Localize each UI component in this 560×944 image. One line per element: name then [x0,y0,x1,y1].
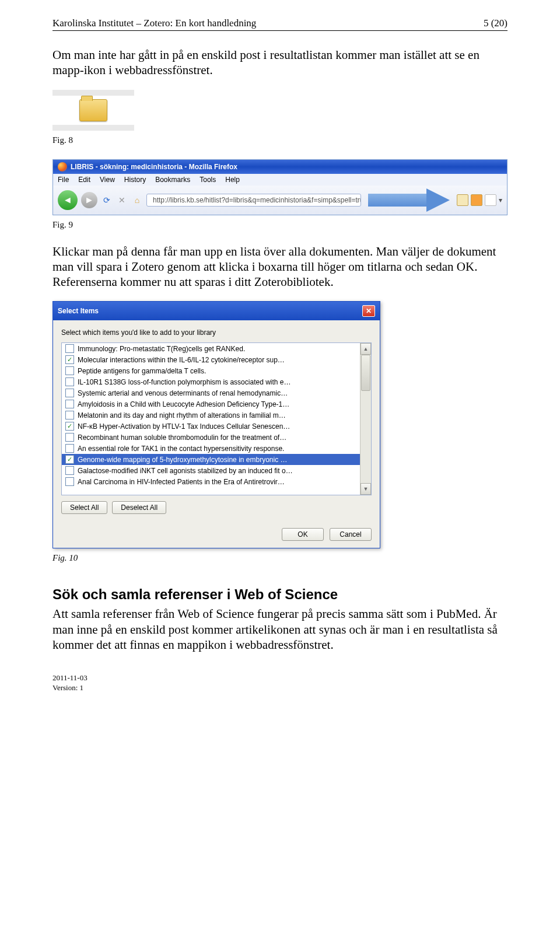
menu-edit[interactable]: Edit [78,176,90,184]
folder-icon [79,99,107,121]
firefox-logo-icon [58,162,67,172]
menu-view[interactable]: View [100,176,115,184]
list-item-label: Galactose-modified iNKT cell agonists st… [78,467,293,475]
list-item-label: Peptide antigens for gamma/delta T cells… [78,367,206,375]
checkbox[interactable] [65,344,74,353]
dialog-instruction: Select which items you'd like to add to … [61,328,372,337]
checkbox[interactable] [65,400,74,408]
menu-bookmarks[interactable]: Bookmarks [155,176,190,184]
list-item-label: Genome-wide mapping of 5-hydroxymethylcy… [78,456,288,464]
list-item-label: NF-κB Hyper-Activation by HTLV-1 Tax Ind… [78,422,290,431]
callout-arrow-icon [368,188,450,212]
list-item[interactable]: Immunology: Pro-metastatic T(Reg)cells g… [62,343,360,354]
forward-button[interactable]: ► [81,192,97,208]
list-item[interactable]: Melatonin and its day and night rhythm o… [62,410,360,421]
dialog-title: Select Items [58,307,99,315]
checkbox[interactable] [65,477,74,486]
checkbox[interactable] [65,366,74,375]
checkbox[interactable] [65,466,74,475]
firefox-title: LIBRIS - sökning: medicinhistoria - Mozi… [71,163,237,171]
firefox-toolbar: ◄ ► ⟳ ✕ ⌂ http://libris.kb.se/hitlist?d=… [53,186,507,215]
scroll-thumb[interactable] [361,355,370,391]
select-all-button[interactable]: Select All [61,501,107,514]
folder-small-icon[interactable] [457,194,468,206]
back-button[interactable]: ◄ [58,190,78,210]
paragraph-2: Klickar man på denna får man upp en list… [52,244,508,290]
scroll-up-icon[interactable]: ▲ [360,343,371,355]
figure-8-graphic [52,90,134,131]
list-item-label: Anal Carcinoma in HIV-Infected Patients … [78,478,285,486]
list-item[interactable]: Recombinant human soluble thrombomodulin… [62,432,360,443]
ok-button[interactable]: OK [282,528,324,541]
list-item-label: Immunology: Pro-metastatic T(Reg)cells g… [78,345,245,353]
list-item-label: Amyloidosis in a Child with Leucocyte Ad… [78,400,289,408]
footer-version: Version: 1 [52,683,508,693]
address-bar[interactable]: http://libris.kb.se/hitlist?d=libris&q=m… [146,194,361,207]
list-item[interactable]: NF-κB Hyper-Activation by HTLV-1 Tax Ind… [62,421,360,432]
checkbox[interactable] [65,422,74,431]
checkbox[interactable] [65,377,74,386]
menu-file[interactable]: File [58,176,69,184]
paragraph-3: Att samla referenser från Web of Science… [52,606,508,652]
figure-10-label: Fig. 10 [52,553,508,563]
rss-icon[interactable] [471,194,482,206]
checkbox[interactable] [65,389,74,397]
url-text: http://libris.kb.se/hitlist?d=libris&q=m… [153,196,361,204]
stop-icon[interactable]: ✕ [116,194,128,206]
section-heading: Sök och samla referenser i Web of Scienc… [52,586,508,603]
list-item[interactable]: Anal Carcinoma in HIV-Infected Patients … [62,476,360,487]
menu-help[interactable]: Help [225,176,240,184]
header-left: Karolinska Institutet – Zotero: En kort … [52,18,256,29]
firefox-menubar[interactable]: File Edit View History Bookmarks Tools H… [53,174,507,186]
select-items-dialog: Select Items ✕ Select which items you'd … [52,301,380,548]
items-listbox[interactable]: Immunology: Pro-metastatic T(Reg)cells g… [61,342,372,495]
home-icon[interactable]: ⌂ [131,194,143,206]
list-item-label: An essential role for TAK1 in the contac… [78,445,284,453]
firefox-window: LIBRIS - sökning: medicinhistoria - Mozi… [52,159,508,215]
list-item[interactable]: Amyloidosis in a Child with Leucocyte Ad… [62,398,360,410]
dropdown-caret-icon[interactable]: ▾ [499,196,502,204]
address-bar-right-icons: ▾ [457,194,502,206]
list-item-label: IL-10R1 S138G loss-of-function polymorph… [78,378,291,386]
checkbox[interactable] [65,355,74,364]
page-footer: 2011-11-03 Version: 1 [52,673,508,693]
list-item[interactable]: Peptide antigens for gamma/delta T cells… [62,365,360,376]
checkbox[interactable] [65,455,74,464]
list-item[interactable]: IL-10R1 S138G loss-of-function polymorph… [62,376,360,387]
list-item[interactable]: An essential role for TAK1 in the contac… [62,443,360,454]
scrollbar[interactable]: ▲ ▼ [360,343,371,495]
list-item[interactable]: Systemic arterial and venous determinant… [62,387,360,398]
menu-tools[interactable]: Tools [200,176,216,184]
close-button[interactable]: ✕ [362,305,375,317]
checkbox[interactable] [65,444,74,453]
dialog-titlebar: Select Items ✕ [53,302,380,320]
list-item-label: Systemic arterial and venous determinant… [78,389,288,397]
paragraph-1: Om man inte har gått in på en enskild po… [52,47,508,78]
list-item[interactable]: Genome-wide mapping of 5-hydroxymethylcy… [62,454,360,465]
figure-9-label: Fig. 9 [52,220,508,230]
firefox-titlebar: LIBRIS - sökning: medicinhistoria - Mozi… [53,160,507,174]
footer-date: 2011-11-03 [52,673,508,683]
list-item[interactable]: Galactose-modified iNKT cell agonists st… [62,465,360,476]
menu-history[interactable]: History [124,176,146,184]
bookmark-star-icon[interactable] [485,194,496,206]
checkbox[interactable] [65,433,74,442]
list-item-label: Molecular interactions within the IL-6/I… [78,356,285,364]
figure-8-label: Fig. 8 [52,135,508,145]
scroll-down-icon[interactable]: ▼ [360,483,371,495]
page-header: Karolinska Institutet – Zotero: En kort … [52,18,508,31]
list-item[interactable]: Molecular interactions within the IL-6/I… [62,354,360,365]
list-item-label: Melatonin and its day and night rhythm o… [78,411,286,419]
header-right: 5 (20) [484,18,508,29]
deselect-all-button[interactable]: Deselect All [112,501,166,514]
checkbox[interactable] [65,411,74,419]
list-item-label: Recombinant human soluble thrombomodulin… [78,433,286,442]
reload-icon[interactable]: ⟳ [101,194,113,206]
cancel-button[interactable]: Cancel [330,528,372,541]
